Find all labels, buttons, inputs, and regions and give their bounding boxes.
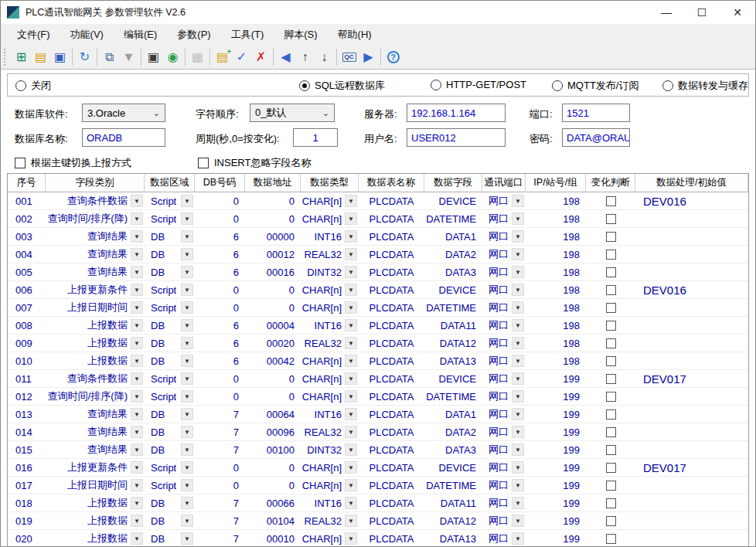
dropdown-arrow-icon[interactable]: ▼ <box>181 301 193 314</box>
column-header-8[interactable]: 通讯端口 <box>482 174 526 192</box>
cell-station[interactable]: 198 <box>526 281 586 298</box>
cell-address[interactable]: 0 <box>245 210 301 227</box>
cell-table-name[interactable]: PLCDATA <box>359 192 424 209</box>
row-checkbox-icon[interactable] <box>606 481 616 491</box>
column-header-2[interactable]: 数据区域 <box>145 174 195 192</box>
cell-field[interactable]: DEVICE <box>424 192 482 209</box>
cell-table-name[interactable]: PLCDATA <box>359 477 424 494</box>
cell-station[interactable]: 199 <box>526 370 586 387</box>
cell-table-name[interactable]: PLCDATA <box>359 210 424 227</box>
row-checkbox-icon[interactable] <box>606 445 616 455</box>
cell-field[interactable]: DATA3 <box>424 441 482 458</box>
refresh-icon[interactable]: ↻ <box>75 48 94 66</box>
cell-table-name[interactable]: PLCDATA <box>359 370 424 387</box>
char-order-select[interactable]: 0_默认 ⌄ <box>250 104 335 122</box>
cancel-icon[interactable]: ✗ <box>251 48 271 66</box>
globe-icon[interactable]: ◉ <box>163 48 182 66</box>
cell-init-value[interactable] <box>635 494 748 511</box>
dropdown-arrow-icon[interactable]: ▼ <box>345 319 357 331</box>
cell-field[interactable]: DATA2 <box>424 246 482 263</box>
cell-table-name[interactable]: PLCDATA <box>359 441 424 458</box>
cell-field[interactable]: DATETIME <box>424 477 482 494</box>
dropdown-arrow-icon[interactable]: ▼ <box>345 212 357 225</box>
cell-address[interactable]: 0 <box>245 388 301 405</box>
cell-station[interactable]: 199 <box>526 477 586 494</box>
dropdown-arrow-icon[interactable]: ▼ <box>131 337 143 349</box>
column-header-9[interactable]: IP/站号/组 <box>526 174 586 192</box>
nav-right-icon[interactable]: ▶ <box>359 48 378 66</box>
cell-table-name[interactable]: PLCDATA <box>359 406 424 423</box>
cell-field[interactable]: DATA3 <box>424 263 482 280</box>
menu-item-5[interactable]: 脚本(S) <box>274 25 327 45</box>
dropdown-arrow-icon[interactable]: ▼ <box>181 461 193 474</box>
dropdown-arrow-icon[interactable]: ▼ <box>131 319 143 331</box>
dropdown-arrow-icon[interactable]: ▼ <box>345 301 357 314</box>
period-input[interactable]: 1 <box>293 128 338 147</box>
column-header-5[interactable]: 数据类型 <box>301 174 359 192</box>
option-checkbox-1[interactable]: INSERT忽略字段名称 <box>198 156 311 170</box>
help-icon[interactable]: ? <box>383 48 403 66</box>
dropdown-arrow-icon[interactable]: ▼ <box>181 195 193 207</box>
cell-address[interactable]: 00004 <box>245 317 301 334</box>
dropdown-arrow-icon[interactable]: ▼ <box>345 426 357 438</box>
cell-station[interactable]: 198 <box>526 192 586 209</box>
cell-station[interactable]: 199 <box>526 530 586 547</box>
dropdown-arrow-icon[interactable]: ▼ <box>181 212 193 225</box>
dropdown-arrow-icon[interactable]: ▼ <box>131 390 143 403</box>
row-checkbox-icon[interactable] <box>606 409 616 420</box>
cell-station[interactable]: 198 <box>526 317 586 334</box>
cell-init-value[interactable] <box>635 317 748 334</box>
dropdown-arrow-icon[interactable]: ▼ <box>345 355 357 367</box>
cell-address[interactable]: 00042 <box>245 352 301 369</box>
dropdown-arrow-icon[interactable]: ▼ <box>345 230 357 243</box>
cell-table-name[interactable]: PLCDATA <box>359 299 424 316</box>
cell-station[interactable]: 198 <box>526 263 586 280</box>
port-input[interactable]: 1521 <box>562 104 630 122</box>
dropdown-arrow-icon[interactable]: ▼ <box>181 390 193 403</box>
cell-station[interactable]: 198 <box>526 335 586 352</box>
column-header-0[interactable]: 序号 <box>8 174 46 192</box>
menu-item-6[interactable]: 帮助(H) <box>328 25 382 45</box>
cell-field[interactable]: DATETIME <box>424 388 482 405</box>
maximize-button[interactable]: ☐ <box>684 1 720 24</box>
dropdown-arrow-icon[interactable]: ▼ <box>131 284 143 296</box>
cell-field[interactable]: DATA2 <box>424 423 482 440</box>
monitor-edit-icon[interactable]: ▣ <box>144 48 163 66</box>
cell-station[interactable]: 198 <box>526 210 586 227</box>
cell-init-value[interactable] <box>635 423 748 440</box>
cell-station[interactable]: 199 <box>526 459 586 476</box>
dropdown-arrow-icon[interactable]: ▼ <box>345 408 357 420</box>
cell-table-name[interactable]: PLCDATA <box>359 263 424 280</box>
dropdown-arrow-icon[interactable]: ▼ <box>181 497 193 509</box>
cell-table-name[interactable]: PLCDATA <box>359 281 424 298</box>
cell-field[interactable]: DATA13 <box>424 352 482 369</box>
cell-field[interactable]: DATA1 <box>424 228 482 245</box>
row-checkbox-icon[interactable] <box>606 463 616 473</box>
cell-db-number[interactable]: 6 <box>195 263 245 280</box>
serial-port-icon[interactable]: ▼ <box>119 48 138 66</box>
dropdown-arrow-icon[interactable]: ▼ <box>345 497 357 509</box>
dropdown-arrow-icon[interactable]: ▼ <box>131 408 143 420</box>
row-checkbox-icon[interactable] <box>606 516 616 526</box>
dropdown-arrow-icon[interactable]: ▼ <box>131 372 143 385</box>
cell-station[interactable]: 199 <box>526 388 586 405</box>
minimize-button[interactable]: — <box>649 1 684 24</box>
column-header-10[interactable]: 变化判断 <box>586 174 635 192</box>
cell-field[interactable]: DEVICE <box>424 281 482 298</box>
cell-address[interactable]: 00104 <box>245 512 301 529</box>
cell-address[interactable]: 0 <box>245 459 301 476</box>
cell-db-number[interactable]: 0 <box>195 299 245 316</box>
cell-station[interactable]: 198 <box>526 299 586 316</box>
row-checkbox-icon[interactable] <box>606 356 616 366</box>
cell-address[interactable]: 0 <box>245 477 301 494</box>
cell-init-value[interactable] <box>635 406 748 423</box>
column-header-1[interactable]: 字段类别 <box>46 174 145 192</box>
apply-check-icon[interactable]: ✓ <box>232 48 251 66</box>
cell-table-name[interactable]: PLCDATA <box>359 352 424 369</box>
row-checkbox-icon[interactable] <box>606 285 616 295</box>
cell-db-number[interactable]: 0 <box>195 210 245 227</box>
cell-station[interactable]: 198 <box>526 228 586 245</box>
menu-item-4[interactable]: 工具(T) <box>221 25 274 45</box>
dropdown-arrow-icon[interactable]: ▼ <box>181 372 193 385</box>
dropdown-arrow-icon[interactable]: ▼ <box>181 479 193 491</box>
